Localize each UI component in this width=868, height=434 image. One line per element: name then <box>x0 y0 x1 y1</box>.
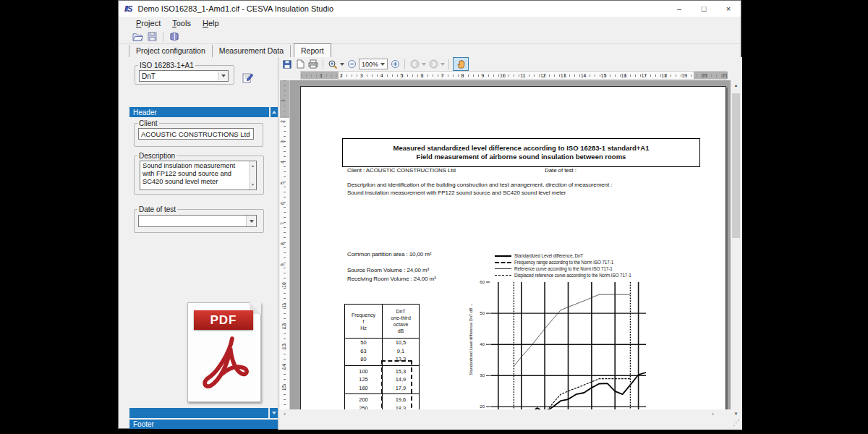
ruler-mark: 1 <box>280 99 286 102</box>
ruler-mark: 1 <box>320 72 323 80</box>
ruler-mark: 12 <box>540 72 546 80</box>
back-dropdown-icon[interactable] <box>422 63 426 66</box>
ruler-mark: 7 <box>280 222 286 225</box>
description-textarea[interactable]: Sound insulation measurement with FP122 … <box>140 161 257 190</box>
textarea-scrollbar[interactable]: ▲▼ <box>249 161 256 190</box>
description-groupbox-legend: Description <box>137 152 176 160</box>
toolbar-separator <box>448 59 449 69</box>
ruler-mark: 20 <box>702 72 707 80</box>
legend-label: Frequency range according to the Norm IS… <box>514 260 613 265</box>
scroll-left-icon[interactable]: ‹ <box>280 409 289 419</box>
standard-select-value: DnT <box>142 72 156 80</box>
pdf-export-icon[interactable]: PDF <box>187 302 261 402</box>
legend-line-sample <box>495 262 511 263</box>
ruler-mark: 17 <box>641 72 647 80</box>
dnt-column-header: DnT one-third octave dB <box>383 305 420 339</box>
report-date-of-test: Date of test : <box>545 167 576 174</box>
svg-text:60: 60 <box>480 280 485 284</box>
client-groupbox-legend: Client <box>137 119 159 127</box>
header-section-bar[interactable]: Header <box>129 107 269 117</box>
app-icon: IIS <box>124 4 132 13</box>
window-controls: – □ × <box>667 1 741 17</box>
scroll-down-icon[interactable]: ▼ <box>731 409 741 419</box>
new-page-icon[interactable] <box>294 59 306 69</box>
ruler-mark: 11 <box>520 72 525 80</box>
ruler-mark: 6 <box>420 72 423 80</box>
vertical-scrollbar-thumb[interactable] <box>732 93 740 238</box>
report-partition-area: Common partition area : 10,00 m² <box>347 251 431 258</box>
print-icon[interactable] <box>307 59 319 69</box>
report-client: Client : ACOUSTIC CONSTRUCTIONS Ltd <box>347 167 456 174</box>
legend-line-sample <box>495 275 511 276</box>
tab-report[interactable]: Report <box>294 43 331 57</box>
toolbar-separator <box>163 32 163 42</box>
scroll-down-icon: ▼ <box>251 181 255 189</box>
ruler-mark: 3 <box>360 72 363 80</box>
ruler-mark: 11 <box>281 303 288 308</box>
svg-text:40: 40 <box>480 342 485 346</box>
back-icon[interactable] <box>409 59 420 69</box>
scroll-up-icon[interactable]: ▲ <box>731 80 741 90</box>
save-report-icon[interactable] <box>281 59 293 69</box>
zoom-out-icon[interactable] <box>346 59 357 69</box>
report-source-volume: Source Room Volume : 24,00 m³ <box>347 267 429 273</box>
ruler-mark: 13 <box>281 344 288 349</box>
footer-section-bar[interactable]: Footer <box>129 420 278 429</box>
toolbar-separator <box>404 59 405 69</box>
open-folder-icon[interactable] <box>132 31 143 42</box>
standard-select[interactable]: DnT <box>139 70 229 82</box>
ruler-mark: 8 <box>461 72 464 80</box>
legend-entry: Standardized Level difference, DnT <box>495 253 631 258</box>
report-title-box: Measured standardized level difference a… <box>342 138 700 167</box>
tabbar: Project configuration Measurement Data R… <box>129 44 331 57</box>
preview-scroll-area[interactable]: 123456789101112131415 Measured standardi… <box>280 80 731 409</box>
titlebar: IIS Demo ISO16283_1-Amd1.cif - CESVA Ins… <box>119 1 741 17</box>
ruler-mark: 5 <box>401 72 404 80</box>
legend-label: Reference curve according to the Norm IS… <box>514 266 613 271</box>
ruler-mark: 3 <box>280 140 286 143</box>
report-description-label: Description and identification of the bu… <box>347 182 612 188</box>
scroll-right-icon[interactable]: › <box>708 409 718 419</box>
maximize-button[interactable]: □ <box>692 1 716 17</box>
zoom-level-select[interactable]: 100% <box>359 59 388 69</box>
forward-dropdown-icon[interactable] <box>441 63 445 66</box>
section-expand-button[interactable] <box>270 408 278 418</box>
save-icon[interactable] <box>146 31 158 42</box>
date-of-test-select[interactable] <box>138 215 257 227</box>
ruler-mark: 21 <box>722 72 728 80</box>
standard-groupbox-legend: ISO 16283-1+A1 <box>138 61 195 69</box>
dnt-chart: 2030405060 <box>458 276 697 409</box>
horizontal-scrollbar[interactable]: ‹ › <box>280 409 718 419</box>
tab-project-configuration[interactable]: Project configuration <box>129 45 213 57</box>
ruler-mark: 19 <box>681 72 687 80</box>
collapsed-section-bar[interactable] <box>129 408 268 418</box>
ruler-mark: 15 <box>281 385 288 391</box>
forward-icon[interactable] <box>427 59 439 69</box>
svg-text:50: 50 <box>480 311 485 315</box>
edit-report-icon[interactable] <box>242 72 253 86</box>
client-input-value: ACOUSTIC CONSTRUCTIONS Ltd <box>141 130 250 138</box>
vertical-scrollbar[interactable]: ▲ ▼ <box>731 80 741 419</box>
close-button[interactable]: × <box>716 1 741 17</box>
legend-label: Standardized Level difference, DnT <box>514 253 583 258</box>
menubar: Project Tools Help <box>119 17 741 30</box>
menu-help[interactable]: Help <box>197 17 225 29</box>
header-collapse-button[interactable] <box>271 107 278 117</box>
zoom-in-icon[interactable] <box>389 59 401 69</box>
zoom-tool-icon[interactable] <box>327 59 339 69</box>
report-page: Measured standardized level difference a… <box>300 86 726 409</box>
minimize-button[interactable]: – <box>667 1 692 17</box>
ruler-mark: 7 <box>441 72 443 80</box>
chart-legend: Standardized Level difference, DnTFreque… <box>495 253 631 278</box>
client-input[interactable]: ACOUSTIC CONSTRUCTIONS Ltd <box>138 128 254 140</box>
resize-grip[interactable]: ⋰ <box>733 419 740 427</box>
zoom-tool-dropdown-icon[interactable] <box>340 63 344 66</box>
chevron-down-icon <box>380 63 385 66</box>
help-book-icon[interactable] <box>169 31 180 42</box>
svg-text:30: 30 <box>480 373 485 378</box>
menu-project[interactable]: Project <box>130 17 166 29</box>
pan-tool-button[interactable] <box>453 57 469 71</box>
ruler-mark: 10 <box>281 282 288 288</box>
tab-measurement-data[interactable]: Measurement Data <box>213 45 291 57</box>
menu-tools[interactable]: Tools <box>166 17 197 29</box>
